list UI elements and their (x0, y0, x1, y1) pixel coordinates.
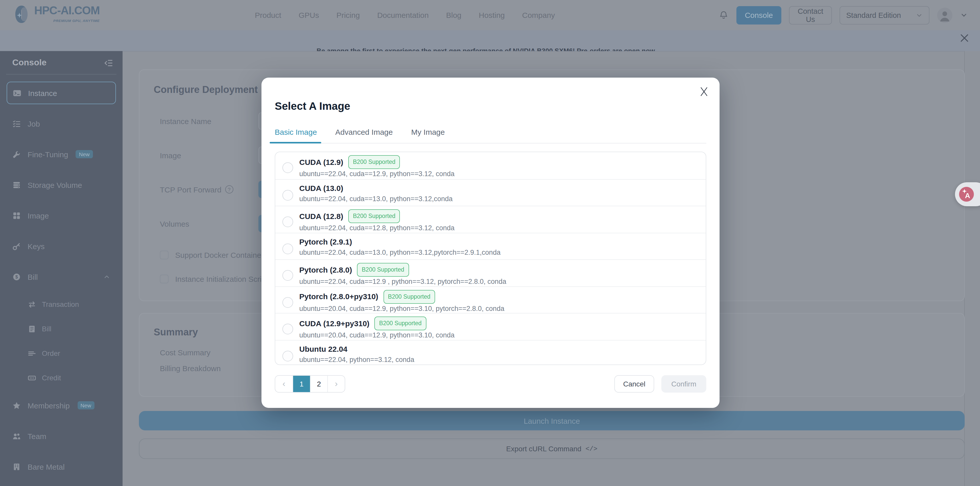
image-label: Image (160, 151, 181, 160)
radio-button[interactable] (282, 243, 293, 254)
new-badge: New (76, 150, 93, 158)
image-description: ubuntu==22.04, cuda==12.9 , python==3.12… (299, 277, 506, 286)
sidebar-item-label: Fine-Tuning (27, 150, 68, 159)
cancel-button[interactable]: Cancel (614, 375, 654, 392)
page-next-button[interactable]: › (327, 376, 345, 392)
sidebar-item-bare-metal[interactable]: Bare Metal (6, 455, 116, 478)
sidebar-item-team[interactable]: Team (6, 425, 116, 447)
image-option-row[interactable]: Pytorch (2.8.0+py310)B200 Supportedubunt… (275, 286, 706, 313)
radio-button[interactable] (282, 216, 293, 227)
instance-name-label: Instance Name (160, 117, 212, 125)
confirm-button[interactable]: Confirm (661, 375, 706, 392)
image-name: Pytorch (2.8.0+py310) (299, 291, 378, 302)
sidebar-item-label: Instance (28, 89, 57, 97)
tab-basic-image[interactable]: Basic Image (275, 128, 317, 136)
radio-button[interactable] (282, 190, 293, 200)
tab-advanced-image[interactable]: Advanced Image (335, 128, 393, 136)
sidebar-item-label: Bare Metal (27, 462, 65, 471)
page-1-button[interactable]: 1 (293, 376, 310, 392)
image-name: CUDA (12.8) (299, 211, 343, 222)
export-curl-button[interactable]: Export cURL Command </> (139, 438, 965, 459)
radio-button[interactable] (282, 297, 293, 308)
tab-my-image[interactable]: My Image (411, 128, 445, 136)
swap-icon (27, 300, 36, 309)
sidebar-item-job[interactable]: Job (6, 112, 116, 135)
modal-close-icon[interactable] (697, 85, 710, 98)
sidebar-item-membership[interactable]: MembershipNew (6, 394, 116, 416)
logo[interactable]: HPC-AI.COM PREMIUM GPU, ANYTIME (12, 3, 100, 25)
image-option-row[interactable]: Ubuntu 22.04ubuntu==22.04, python==3.12,… (275, 340, 706, 365)
sidebar-collapse-icon[interactable] (104, 58, 113, 68)
key-icon (12, 242, 21, 250)
sidebar-item-bill[interactable]: $Bill (6, 265, 116, 288)
image-option-row[interactable]: Pytorch (2.8.0)B200 Supportedubuntu==22.… (275, 259, 706, 286)
logo-text: HPC-AI.COM (34, 3, 100, 18)
init-script-checkbox[interactable] (160, 275, 169, 283)
sidebar-item-label: Image (27, 211, 49, 220)
wrench-icon (12, 150, 21, 159)
code-icon: </> (585, 445, 598, 453)
sidebar-item-label: Order (42, 349, 60, 357)
docker-checkbox[interactable] (160, 251, 169, 259)
receipt-icon (27, 324, 36, 333)
radio-button[interactable] (282, 162, 293, 173)
image-option-row[interactable]: Pytorch (2.9.1)ubuntu==22.04, cuda==13.0… (275, 232, 706, 259)
image-description: ubuntu==22.04, cuda==13.0, python==3.12,… (299, 194, 453, 203)
image-option-row[interactable]: CUDA (12.9)B200 Supportedubuntu==22.04, … (275, 152, 706, 179)
docker-checkbox-label: Support Docker Containers (175, 251, 267, 259)
sidebar-item-label: Keys (27, 242, 45, 250)
translate-widget[interactable]: A (955, 182, 980, 206)
contact-us-button[interactable]: Contact Us (789, 6, 832, 24)
nav-link-hosting[interactable]: Hosting (479, 11, 505, 19)
radio-button[interactable] (282, 351, 293, 361)
image-description: ubuntu==20.04, cuda==12.9, python==3.10,… (299, 304, 504, 313)
sidebar-item-label: Credit (42, 374, 61, 382)
banner-close-icon[interactable] (959, 33, 969, 43)
sidebar-item-order[interactable]: Order (6, 345, 116, 361)
sidebar-item-instance[interactable]: Instance (6, 82, 116, 104)
nav-link-pricing[interactable]: Pricing (336, 11, 360, 19)
avatar[interactable] (937, 7, 953, 23)
image-option-row[interactable]: CUDA (12.9+py310)B200 Supportedubuntu==2… (275, 313, 706, 340)
image-option-row[interactable]: CUDA (13.0)ubuntu==22.04, cuda==13.0, py… (275, 179, 706, 206)
nav-link-documentation[interactable]: Documentation (377, 11, 429, 19)
nav-link-gpus[interactable]: GPUs (299, 11, 319, 19)
help-icon[interactable]: ? (225, 185, 233, 194)
image-name: CUDA (13.0) (299, 183, 343, 194)
sidebar-item-image[interactable]: Image (6, 204, 116, 227)
sidebar-item-transaction[interactable]: Transaction (6, 296, 116, 313)
sidebar-item-storage-volume[interactable]: Storage Volume (6, 173, 116, 196)
page-2-button[interactable]: 2 (310, 376, 327, 392)
volumes-label: Volumes (160, 219, 189, 228)
sidebar-item-fine-tuning[interactable]: Fine-TuningNew (6, 143, 116, 165)
notification-bell-icon[interactable] (719, 10, 729, 20)
radio-button[interactable] (282, 270, 293, 281)
radio-button[interactable] (282, 324, 293, 334)
launch-instance-button[interactable]: Launch Instance (139, 411, 965, 430)
modal-title: Select A Image (275, 100, 706, 112)
image-name: CUDA (12.9+py310) (299, 318, 369, 329)
console-button[interactable]: Console (737, 6, 781, 24)
star-icon (12, 401, 21, 410)
tcp-port-forward-label: TCP Port Forward (160, 185, 221, 194)
image-name: CUDA (12.9) (299, 156, 343, 168)
sidebar-item-credit[interactable]: Credit (6, 370, 116, 386)
sidebar-item-keys[interactable]: Keys (6, 235, 116, 257)
nav-link-blog[interactable]: Blog (446, 11, 461, 19)
page-prev-button[interactable]: ‹ (275, 376, 293, 392)
image-option-row[interactable]: CUDA (12.8)B200 Supportedubuntu==22.04, … (275, 206, 706, 232)
grid-icon (12, 211, 21, 220)
sidebar-menu: InstanceJobFine-TuningNewStorage VolumeI… (0, 79, 123, 478)
account-chevron-down-icon[interactable] (960, 11, 968, 19)
sidebar-item-label: Transaction (42, 300, 79, 308)
sidebar-item-label: Storage Volume (27, 181, 82, 189)
b200-supported-badge: B200 Supported (348, 155, 400, 169)
modal-tabs: Basic ImageAdvanced ImageMy Image (275, 128, 706, 143)
sidebar-item-bill[interactable]: Bill (6, 321, 116, 337)
edition-select[interactable]: Standard Edition (840, 6, 929, 24)
logo-icon (12, 3, 31, 25)
nav-link-company[interactable]: Company (522, 11, 555, 19)
translate-icon: A (959, 187, 974, 202)
sidebar-item-label: Team (27, 432, 46, 440)
nav-link-product[interactable]: Product (255, 11, 281, 19)
